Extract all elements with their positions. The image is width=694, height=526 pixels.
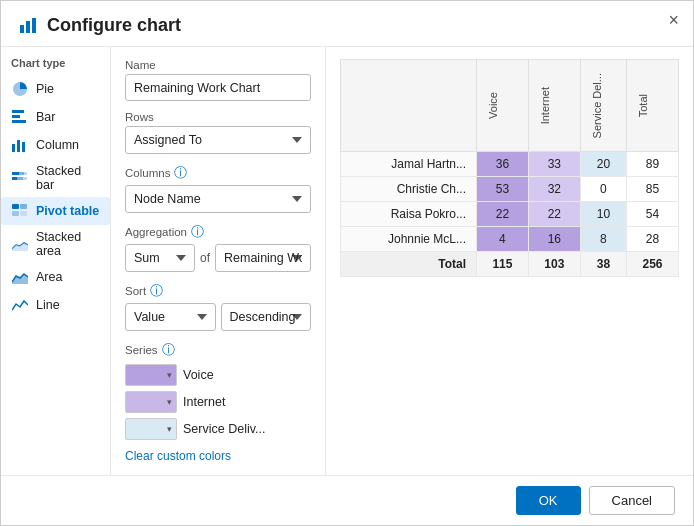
svg-rect-8 [22, 142, 25, 152]
cell-2-3: 54 [627, 202, 679, 227]
chart-type-label: Chart type [1, 57, 110, 75]
cell-2-0: 22 [477, 202, 529, 227]
configure-chart-dialog: Configure chart × Chart type Pie [0, 0, 694, 526]
chart-type-stacked-area[interactable]: Stacked area [1, 225, 110, 263]
series-color-service[interactable]: ▾ [125, 418, 177, 440]
clear-colors-link[interactable]: Clear custom colors [125, 449, 311, 463]
chart-type-pie[interactable]: Pie [1, 75, 110, 103]
pivot-table: Voice Internet Service Del... Total [340, 59, 679, 277]
series-internet-label: Internet [183, 395, 225, 409]
svg-rect-3 [12, 110, 24, 113]
svg-rect-6 [12, 144, 15, 152]
cell-3-0: 4 [477, 227, 529, 252]
pivot-col-voice: Voice [477, 60, 529, 152]
cancel-button[interactable]: Cancel [589, 486, 675, 515]
sort-label: Sort ⓘ [125, 282, 311, 300]
cell-0-1: 33 [528, 152, 580, 177]
chart-type-column[interactable]: Column [1, 131, 110, 159]
svg-rect-11 [24, 172, 27, 175]
svg-rect-0 [20, 25, 24, 33]
rows-label: Rows [125, 111, 311, 123]
series-voice-label: Voice [183, 368, 214, 382]
svg-rect-15 [12, 204, 19, 209]
aggregation-of-label: of [200, 251, 210, 265]
table-row-total: Total 115 103 38 256 [341, 252, 679, 277]
columns-info-icon[interactable]: ⓘ [174, 164, 187, 182]
sort-order-select[interactable]: Descending [221, 303, 312, 331]
chart-type-bar[interactable]: Bar [1, 103, 110, 131]
svg-rect-13 [17, 177, 23, 180]
columns-select[interactable]: Node Name [125, 185, 311, 213]
chart-type-line[interactable]: Line [1, 291, 110, 319]
chart-type-area[interactable]: Area [1, 263, 110, 291]
aggregation-field-select[interactable]: Remaining Work [215, 244, 311, 272]
preview-panel: Voice Internet Service Del... Total [326, 47, 693, 475]
pivot-col-internet: Internet [528, 60, 580, 152]
aggregation-func-select[interactable]: Sum [125, 244, 195, 272]
chart-type-line-label: Line [36, 298, 60, 312]
chart-type-column-label: Column [36, 138, 79, 152]
cell-2-2: 10 [580, 202, 626, 227]
cell-3-3: 28 [627, 227, 679, 252]
stacked-bar-icon [11, 169, 29, 187]
sort-row: Value Descending [125, 303, 311, 331]
total-cell-2: 38 [580, 252, 626, 277]
sort-info-icon[interactable]: ⓘ [150, 282, 163, 300]
area-icon [11, 268, 29, 286]
chart-type-stacked-bar-label: Stacked bar [36, 164, 100, 192]
series-item-2: ▾ Service Deliv... [125, 418, 311, 440]
total-cell-0: 115 [477, 252, 529, 277]
ok-button[interactable]: OK [516, 486, 581, 515]
aggregation-info-icon[interactable]: ⓘ [191, 223, 204, 241]
chart-type-stacked-bar[interactable]: Stacked bar [1, 159, 110, 197]
cell-0-0: 36 [477, 152, 529, 177]
column-icon [11, 136, 29, 154]
series-item-1: ▾ Internet [125, 391, 311, 413]
series-info-icon[interactable]: ⓘ [162, 341, 175, 359]
row-name-2: Raisa Pokro... [341, 202, 477, 227]
pivot-col-total: Total [627, 60, 679, 152]
pivot-table-icon [11, 202, 29, 220]
columns-label: Columns ⓘ [125, 164, 311, 182]
chart-type-pivot-table[interactable]: Pivot table [1, 197, 110, 225]
name-input[interactable] [125, 74, 311, 101]
total-cell-3: 256 [627, 252, 679, 277]
svg-rect-4 [12, 115, 20, 118]
series-color-voice-chevron: ▾ [167, 370, 172, 380]
svg-rect-12 [12, 177, 17, 180]
series-color-internet-chevron: ▾ [167, 397, 172, 407]
series-color-service-chevron: ▾ [167, 424, 172, 434]
pivot-col-service: Service Del... [580, 60, 626, 152]
svg-rect-16 [20, 204, 27, 209]
chart-type-panel: Chart type Pie B [1, 47, 111, 475]
pie-icon [11, 80, 29, 98]
chart-type-pie-label: Pie [36, 82, 54, 96]
cell-1-2: 0 [580, 177, 626, 202]
row-name-0: Jamal Hartn... [341, 152, 477, 177]
cell-1-1: 32 [528, 177, 580, 202]
cell-0-2: 20 [580, 152, 626, 177]
svg-marker-19 [12, 243, 28, 251]
table-row: Jamal Hartn... 36 33 20 89 [341, 152, 679, 177]
pivot-header-empty [341, 60, 477, 152]
dialog-header: Configure chart × [1, 1, 693, 47]
series-label: Series ⓘ [125, 341, 311, 359]
svg-rect-7 [17, 140, 20, 152]
svg-rect-10 [19, 172, 24, 175]
svg-rect-14 [23, 177, 27, 180]
series-color-voice[interactable]: ▾ [125, 364, 177, 386]
table-row: Raisa Pokro... 22 22 10 54 [341, 202, 679, 227]
sort-by-select[interactable]: Value [125, 303, 216, 331]
cell-3-1: 16 [528, 227, 580, 252]
aggregation-row: Sum of Remaining Work [125, 244, 311, 272]
close-button[interactable]: × [668, 11, 679, 29]
cell-0-3: 89 [627, 152, 679, 177]
table-row: Johnnie McL... 4 16 8 28 [341, 227, 679, 252]
series-item-0: ▾ Voice [125, 364, 311, 386]
row-name-3: Johnnie McL... [341, 227, 477, 252]
series-color-internet[interactable]: ▾ [125, 391, 177, 413]
dialog-footer: OK Cancel [1, 475, 693, 525]
rows-select[interactable]: Assigned To [125, 126, 311, 154]
svg-rect-18 [20, 211, 27, 216]
svg-rect-2 [32, 18, 36, 33]
